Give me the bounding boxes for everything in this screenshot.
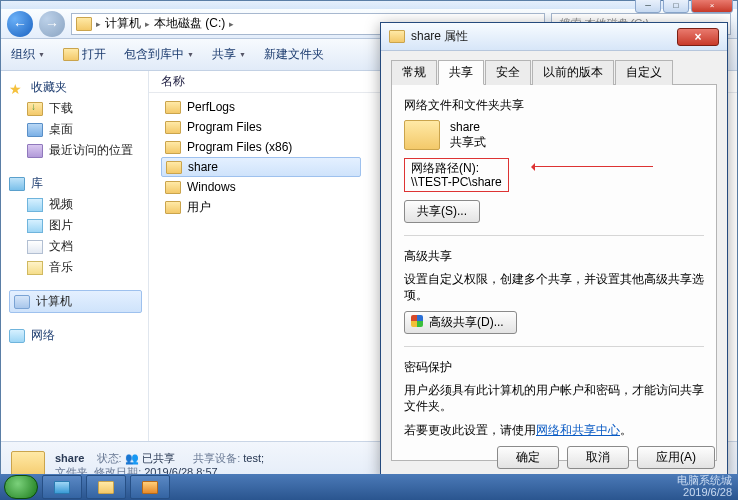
- cancel-button[interactable]: 取消: [567, 446, 629, 469]
- folder-icon: [165, 181, 181, 194]
- share-button[interactable]: 共享(S)...: [404, 200, 480, 223]
- share-name: share: [450, 120, 486, 135]
- close-button[interactable]: ×: [691, 0, 733, 13]
- breadcrumb-drive[interactable]: 本地磁盘 (C:): [154, 15, 225, 32]
- breadcrumb-computer[interactable]: 计算机: [105, 15, 141, 32]
- chevron-right-icon: ▸: [229, 19, 234, 29]
- download-icon: [27, 102, 43, 116]
- library-icon: [9, 177, 25, 191]
- sidebar-network[interactable]: 网络: [9, 325, 148, 346]
- recent-icon: [27, 144, 43, 158]
- open-button[interactable]: 打开: [63, 46, 106, 63]
- include-menu[interactable]: 包含到库中▼: [124, 46, 194, 63]
- nav-back-button[interactable]: ←: [7, 11, 33, 37]
- password-desc2: 若要更改此设置，请使用网络和共享中心。: [404, 422, 704, 438]
- sidebar: ★收藏夹 下载 桌面 最近访问的位置 库 视频 图片 文档 音乐 计算机 网络: [1, 71, 149, 441]
- annotation-arrow: [533, 166, 653, 167]
- column-name[interactable]: 名称: [161, 73, 361, 90]
- section-password: 密码保护: [404, 359, 704, 376]
- section-network-share: 网络文件和文件夹共享: [404, 97, 704, 114]
- drive-icon: [76, 17, 92, 31]
- details-state: 已共享: [142, 452, 175, 464]
- newfolder-button[interactable]: 新建文件夹: [264, 46, 324, 63]
- password-desc1: 用户必须具有此计算机的用户帐户和密码，才能访问共享文件夹。: [404, 382, 704, 414]
- sidebar-favorites[interactable]: ★收藏夹: [9, 77, 148, 98]
- tab-panel-sharing: 网络文件和文件夹共享 share 共享式 网络路径(N): \\TEST-PC\…: [391, 85, 717, 461]
- apply-button[interactable]: 应用(A): [637, 446, 715, 469]
- network-path-box: 网络路径(N): \\TEST-PC\share: [404, 158, 509, 192]
- folder-icon: [165, 201, 181, 214]
- folder-icon: [165, 141, 181, 154]
- details-dev: test;: [243, 452, 264, 464]
- desktop-icon: [27, 123, 43, 137]
- network-path-value: \\TEST-PC\share: [411, 175, 502, 189]
- chevron-right-icon: ▸: [96, 19, 101, 29]
- sidebar-pictures[interactable]: 图片: [9, 215, 148, 236]
- sidebar-downloads[interactable]: 下载: [9, 98, 148, 119]
- open-icon: [63, 48, 79, 61]
- sidebar-libraries[interactable]: 库: [9, 173, 148, 194]
- video-icon: [27, 198, 43, 212]
- tab-security[interactable]: 安全: [485, 60, 531, 85]
- taskbar: [0, 474, 738, 500]
- network-path-label: 网络路径(N):: [411, 161, 502, 175]
- sidebar-recent[interactable]: 最近访问的位置: [9, 140, 148, 161]
- watermark: 电脑系统城 2019/6/28: [677, 474, 732, 498]
- music-icon: [27, 261, 43, 275]
- sidebar-computer[interactable]: 计算机: [9, 290, 142, 313]
- folder-icon: [165, 121, 181, 134]
- share-type: 共享式: [450, 135, 486, 150]
- advanced-share-button[interactable]: 高级共享(D)...: [404, 311, 517, 334]
- taskbar-ie[interactable]: [42, 475, 82, 499]
- ok-button[interactable]: 确定: [497, 446, 559, 469]
- sidebar-music[interactable]: 音乐: [9, 257, 148, 278]
- tab-general[interactable]: 常规: [391, 60, 437, 85]
- taskbar-explorer[interactable]: [86, 475, 126, 499]
- tab-previous[interactable]: 以前的版本: [532, 60, 614, 85]
- document-icon: [27, 240, 43, 254]
- details-name: share: [55, 452, 84, 464]
- tab-sharing[interactable]: 共享: [438, 60, 484, 85]
- network-center-link[interactable]: 网络和共享中心: [536, 423, 620, 437]
- chevron-right-icon: ▸: [145, 19, 150, 29]
- taskbar-media[interactable]: [130, 475, 170, 499]
- folder-large-icon: [404, 120, 440, 150]
- dialog-title: share 属性: [411, 28, 468, 45]
- organize-menu[interactable]: 组织▼: [11, 46, 45, 63]
- dialog-tabs: 常规 共享 安全 以前的版本 自定义: [391, 59, 717, 85]
- window-titlebar: ─ □ ×: [1, 1, 737, 9]
- sidebar-documents[interactable]: 文档: [9, 236, 148, 257]
- share-menu[interactable]: 共享▼: [212, 46, 246, 63]
- advanced-desc: 设置自定义权限，创建多个共享，并设置其他高级共享选项。: [404, 271, 704, 303]
- folder-icon: [165, 101, 181, 114]
- properties-dialog: share 属性 × 常规 共享 安全 以前的版本 自定义 网络文件和文件夹共享…: [380, 22, 728, 478]
- sidebar-videos[interactable]: 视频: [9, 194, 148, 215]
- start-button[interactable]: [4, 475, 38, 499]
- dialog-close-button[interactable]: ×: [677, 28, 719, 46]
- picture-icon: [27, 219, 43, 233]
- list-item-selected[interactable]: share: [161, 157, 361, 177]
- folder-shared-icon: [166, 161, 182, 174]
- star-icon: ★: [9, 81, 25, 95]
- minimize-button[interactable]: ─: [635, 0, 661, 13]
- folder-icon: [389, 30, 405, 43]
- sidebar-desktop[interactable]: 桌面: [9, 119, 148, 140]
- computer-icon: [14, 295, 30, 309]
- nav-forward-button[interactable]: →: [39, 11, 65, 37]
- section-advanced: 高级共享: [404, 248, 704, 265]
- maximize-button[interactable]: □: [663, 0, 689, 13]
- dialog-titlebar[interactable]: share 属性 ×: [381, 23, 727, 51]
- tab-custom[interactable]: 自定义: [615, 60, 673, 85]
- network-icon: [9, 329, 25, 343]
